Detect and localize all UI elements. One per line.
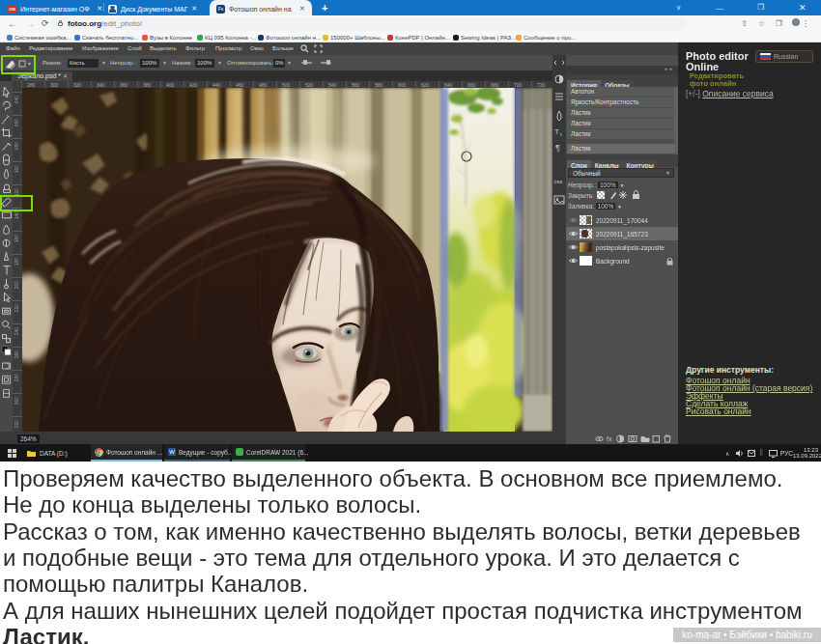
svg-text:T: T [554,127,559,136]
svg-text:css: css [554,179,563,184]
svg-text:t: t [560,131,562,137]
svg-text:fx: fx [607,435,612,442]
svg-text:¶: ¶ [555,143,560,153]
